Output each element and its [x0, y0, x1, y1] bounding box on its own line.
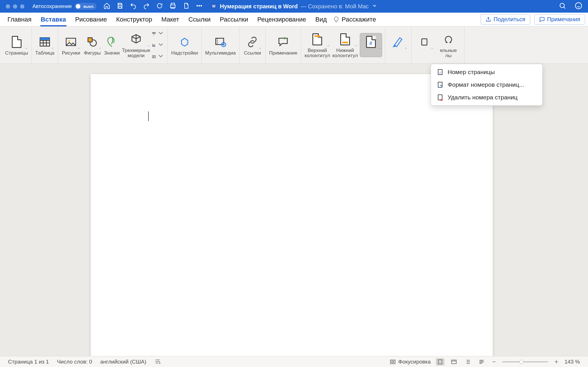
page-number-button[interactable]: x — [360, 33, 382, 57]
tab-view[interactable]: Вид — [311, 13, 331, 26]
ribbon-tabs: Главная Вставка Рисование Конструктор Ма… — [0, 13, 588, 26]
tab-review[interactable]: Рецензирование — [253, 13, 311, 26]
pictures-button[interactable]: Рисунки — [61, 33, 81, 57]
zoom-window[interactable] — [20, 4, 24, 9]
svg-point-17 — [153, 56, 154, 57]
svg-point-3 — [560, 3, 564, 7]
ribbon: Страницы Таблица Рисунки Фигуры Значки Т… — [0, 26, 588, 64]
tab-mailings[interactable]: Рассылки — [215, 13, 253, 26]
autosave: Автосохранение выкл. — [32, 3, 96, 10]
symbol-button[interactable]: ельные лы — [436, 31, 461, 59]
svg-rect-16 — [152, 55, 156, 58]
word-file-icon: W — [211, 3, 217, 9]
zoom-in[interactable]: + — [553, 358, 559, 366]
svg-rect-12 — [154, 32, 156, 33]
text-caret — [148, 111, 149, 121]
tab-design[interactable]: Конструктор — [111, 13, 156, 26]
svg-rect-26 — [392, 361, 394, 363]
close-window[interactable] — [6, 4, 10, 9]
shapes-button[interactable]: Фигуры — [82, 33, 102, 57]
tab-references[interactable]: Ссылки — [184, 13, 215, 26]
illustrations-extra — [152, 29, 165, 61]
svg-rect-11 — [152, 32, 154, 33]
svg-rect-25 — [390, 360, 395, 364]
word-count[interactable]: Число слов: 0 — [57, 359, 92, 365]
svg-point-8 — [68, 40, 70, 42]
redo-icon[interactable] — [143, 2, 150, 11]
autosave-label: Автосохранение — [32, 3, 72, 9]
menu-remove-page-number[interactable]: Удалить номера страниц — [431, 91, 542, 104]
home-icon[interactable] — [103, 2, 110, 11]
titlebar: Автосохранение выкл. W Нумерация страниц… — [0, 0, 588, 13]
svg-point-1 — [199, 5, 200, 6]
quick-access-toolbar — [103, 2, 203, 11]
3d-models-button[interactable]: Трехмерные модели — [121, 31, 151, 59]
search-icon[interactable] — [559, 2, 566, 11]
undo-icon[interactable] — [130, 2, 137, 11]
pages-button[interactable]: Страницы — [5, 33, 29, 57]
zoom-slider[interactable] — [502, 361, 548, 362]
comments-button[interactable]: Примечания — [534, 14, 585, 25]
more-icon[interactable] — [196, 2, 203, 11]
new-doc-icon[interactable] — [183, 2, 189, 11]
chart-button[interactable] — [152, 40, 165, 50]
table-button[interactable]: Таблица — [35, 33, 55, 57]
svg-rect-28 — [452, 360, 457, 364]
focus-mode-icon[interactable]: Фокусировка — [390, 359, 431, 365]
document-title: W Нумерация страниц в Word — Сохранено в… — [211, 3, 378, 10]
menu-format-page-number[interactable]: Формат номеров страниц... — [431, 78, 542, 91]
smartart-button[interactable] — [152, 29, 165, 38]
header-button[interactable]: Верхний колонтитул — [304, 31, 331, 59]
tell-me[interactable]: Расскажите — [333, 16, 376, 23]
footer-button[interactable]: Нижний колонтитул — [332, 31, 359, 59]
icons-button[interactable]: Значки — [103, 33, 120, 57]
chevron-down-icon[interactable] — [372, 3, 377, 10]
tab-home[interactable]: Главная — [3, 13, 36, 26]
autosave-toggle[interactable]: выкл. — [75, 3, 96, 10]
save-icon[interactable] — [117, 2, 123, 11]
document-area — [0, 64, 588, 356]
links-button[interactable]: Ссылки — [242, 33, 262, 57]
menu-page-number[interactable]: # Номер страницы — [431, 66, 542, 78]
page[interactable] — [91, 74, 493, 356]
status-bar: Страница 1 из 1 Число слов: 0 английский… — [0, 356, 588, 367]
svg-rect-24 — [438, 95, 442, 100]
svg-rect-15 — [155, 45, 155, 47]
svg-rect-14 — [154, 44, 154, 46]
web-layout-view[interactable] — [450, 358, 458, 366]
language-indicator[interactable]: английский (США) — [100, 359, 146, 365]
equation-button[interactable]: x — [414, 33, 434, 57]
svg-rect-6 — [40, 38, 50, 40]
screenshot-button[interactable] — [152, 52, 165, 61]
svg-point-0 — [197, 5, 198, 6]
tab-insert[interactable]: Вставка — [36, 13, 71, 26]
tab-layout[interactable]: Макет — [157, 13, 184, 26]
zoom-out[interactable]: − — [491, 358, 497, 366]
svg-point-4 — [575, 3, 582, 9]
svg-rect-13 — [153, 45, 154, 46]
media-button[interactable]: Мультимедиа — [204, 33, 236, 57]
window-controls — [6, 4, 24, 9]
sync-icon[interactable] — [156, 2, 163, 11]
svg-rect-27 — [438, 360, 442, 364]
text-box-button[interactable]: x — [388, 33, 408, 57]
zoom-level[interactable]: 143 % — [564, 359, 580, 365]
print-layout-view[interactable] — [436, 358, 444, 366]
comment-button[interactable]: Примечание — [268, 33, 298, 57]
page-indicator[interactable]: Страница 1 из 1 — [8, 359, 49, 365]
svg-rect-10 — [88, 38, 92, 42]
track-changes-icon[interactable] — [154, 358, 161, 366]
print-icon[interactable] — [169, 2, 176, 11]
svg-text:#: # — [439, 71, 441, 74]
outline-view[interactable] — [463, 358, 472, 366]
draft-view[interactable] — [477, 358, 486, 366]
minimize-window[interactable] — [13, 4, 17, 9]
addins-button[interactable]: Надстройки — [171, 33, 198, 57]
svg-point-23 — [440, 85, 441, 86]
feedback-icon[interactable] — [575, 2, 582, 11]
page-number-menu: # Номер страницы Формат номеров страниц.… — [431, 64, 543, 106]
share-button[interactable]: Поделиться — [481, 14, 530, 25]
svg-point-2 — [201, 5, 202, 6]
tab-draw[interactable]: Рисование — [71, 13, 112, 26]
